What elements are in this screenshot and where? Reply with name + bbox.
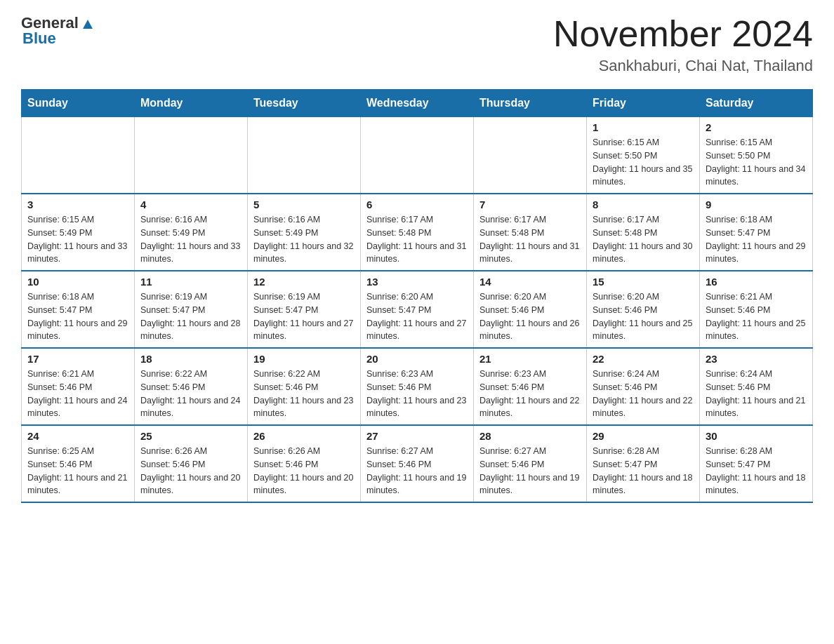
week-row-1: 1Sunrise: 6:15 AM Sunset: 5:50 PM Daylig… [22,117,813,194]
day-number: 21 [479,353,581,365]
calendar-cell: 14Sunrise: 6:20 AM Sunset: 5:46 PM Dayli… [474,271,587,348]
day-number: 23 [706,353,807,365]
day-info: Sunrise: 6:15 AM Sunset: 5:50 PM Dayligh… [593,136,694,189]
day-number: 11 [140,276,241,288]
day-number: 20 [366,353,468,365]
title-block: November 2024 Sankhaburi, Chai Nat, Thai… [553,14,813,75]
day-info: Sunrise: 6:23 AM Sunset: 5:46 PM Dayligh… [366,368,468,420]
week-row-4: 17Sunrise: 6:21 AM Sunset: 5:46 PM Dayli… [22,348,813,425]
day-number: 28 [479,430,581,442]
day-info: Sunrise: 6:22 AM Sunset: 5:46 PM Dayligh… [140,368,241,420]
calendar-cell [474,117,587,194]
calendar-cell: 3Sunrise: 6:15 AM Sunset: 5:49 PM Daylig… [22,194,135,271]
day-number: 5 [253,199,355,210]
calendar-cell: 9Sunrise: 6:18 AM Sunset: 5:47 PM Daylig… [700,194,813,271]
day-number: 19 [253,353,355,365]
day-info: Sunrise: 6:19 AM Sunset: 5:47 PM Dayligh… [140,290,241,343]
day-number: 2 [706,121,807,133]
day-info: Sunrise: 6:27 AM Sunset: 5:46 PM Dayligh… [479,445,581,497]
day-number: 3 [27,199,128,210]
calendar-cell: 25Sunrise: 6:26 AM Sunset: 5:46 PM Dayli… [135,425,248,502]
logo-blue-text: Blue [22,29,56,48]
calendar-cell [135,117,248,194]
calendar-cell: 15Sunrise: 6:20 AM Sunset: 5:46 PM Dayli… [587,271,700,348]
day-number: 16 [706,276,807,288]
calendar-cell: 4Sunrise: 6:16 AM Sunset: 5:49 PM Daylig… [135,194,248,271]
col-header-wednesday: Wednesday [361,90,474,117]
calendar-cell: 10Sunrise: 6:18 AM Sunset: 5:47 PM Dayli… [22,271,135,348]
day-info: Sunrise: 6:28 AM Sunset: 5:47 PM Dayligh… [706,445,807,497]
day-info: Sunrise: 6:21 AM Sunset: 5:46 PM Dayligh… [27,368,128,420]
calendar-cell: 7Sunrise: 6:17 AM Sunset: 5:48 PM Daylig… [474,194,587,271]
day-number: 24 [27,430,128,442]
calendar-cell: 11Sunrise: 6:19 AM Sunset: 5:47 PM Dayli… [135,271,248,348]
day-number: 14 [479,276,581,288]
calendar-cell: 26Sunrise: 6:26 AM Sunset: 5:46 PM Dayli… [248,425,361,502]
col-header-sunday: Sunday [22,90,135,117]
day-info: Sunrise: 6:23 AM Sunset: 5:46 PM Dayligh… [479,368,581,420]
day-info: Sunrise: 6:21 AM Sunset: 5:46 PM Dayligh… [706,290,807,343]
day-info: Sunrise: 6:28 AM Sunset: 5:47 PM Dayligh… [593,445,694,497]
calendar-cell: 19Sunrise: 6:22 AM Sunset: 5:46 PM Dayli… [248,348,361,425]
day-info: Sunrise: 6:25 AM Sunset: 5:46 PM Dayligh… [27,445,128,497]
calendar-cell: 16Sunrise: 6:21 AM Sunset: 5:46 PM Dayli… [700,271,813,348]
calendar-cell: 22Sunrise: 6:24 AM Sunset: 5:46 PM Dayli… [587,348,700,425]
day-info: Sunrise: 6:17 AM Sunset: 5:48 PM Dayligh… [593,213,694,266]
day-number: 6 [366,199,468,210]
day-info: Sunrise: 6:18 AM Sunset: 5:47 PM Dayligh… [27,290,128,343]
calendar-table: SundayMondayTuesdayWednesdayThursdayFrid… [21,89,813,503]
calendar-cell: 30Sunrise: 6:28 AM Sunset: 5:47 PM Dayli… [700,425,813,502]
day-info: Sunrise: 6:18 AM Sunset: 5:47 PM Dayligh… [706,213,807,266]
day-number: 18 [140,353,241,365]
calendar-cell [22,117,135,194]
day-number: 27 [366,430,468,442]
calendar-cell: 18Sunrise: 6:22 AM Sunset: 5:46 PM Dayli… [135,348,248,425]
day-info: Sunrise: 6:15 AM Sunset: 5:50 PM Dayligh… [706,136,807,189]
col-header-saturday: Saturday [700,90,813,117]
col-header-tuesday: Tuesday [248,90,361,117]
calendar-cell: 17Sunrise: 6:21 AM Sunset: 5:46 PM Dayli… [22,348,135,425]
calendar-cell [248,117,361,194]
day-info: Sunrise: 6:22 AM Sunset: 5:46 PM Dayligh… [253,368,355,420]
day-info: Sunrise: 6:19 AM Sunset: 5:47 PM Dayligh… [253,290,355,343]
day-number: 9 [706,199,807,210]
day-info: Sunrise: 6:17 AM Sunset: 5:48 PM Dayligh… [366,213,468,266]
calendar-cell: 28Sunrise: 6:27 AM Sunset: 5:46 PM Dayli… [474,425,587,502]
day-number: 29 [593,430,694,442]
day-info: Sunrise: 6:16 AM Sunset: 5:49 PM Dayligh… [253,213,355,266]
calendar-cell: 21Sunrise: 6:23 AM Sunset: 5:46 PM Dayli… [474,348,587,425]
week-row-5: 24Sunrise: 6:25 AM Sunset: 5:46 PM Dayli… [22,425,813,502]
calendar-header-row: SundayMondayTuesdayWednesdayThursdayFrid… [22,90,813,117]
day-info: Sunrise: 6:26 AM Sunset: 5:46 PM Dayligh… [253,445,355,497]
day-number: 10 [27,276,128,288]
calendar-cell: 13Sunrise: 6:20 AM Sunset: 5:47 PM Dayli… [361,271,474,348]
day-number: 7 [479,199,581,210]
svg-marker-0 [83,20,93,29]
day-info: Sunrise: 6:24 AM Sunset: 5:46 PM Dayligh… [593,368,694,420]
day-number: 25 [140,430,241,442]
calendar-cell: 12Sunrise: 6:19 AM Sunset: 5:47 PM Dayli… [248,271,361,348]
col-header-monday: Monday [135,90,248,117]
day-info: Sunrise: 6:20 AM Sunset: 5:46 PM Dayligh… [479,290,581,343]
day-info: Sunrise: 6:15 AM Sunset: 5:49 PM Dayligh… [27,213,128,266]
week-row-3: 10Sunrise: 6:18 AM Sunset: 5:47 PM Dayli… [22,271,813,348]
day-number: 1 [593,121,694,133]
page-header: General Blue November 2024 Sankhaburi, C… [21,14,813,75]
calendar-cell: 2Sunrise: 6:15 AM Sunset: 5:50 PM Daylig… [700,117,813,194]
day-info: Sunrise: 6:26 AM Sunset: 5:46 PM Dayligh… [140,445,241,497]
day-info: Sunrise: 6:20 AM Sunset: 5:47 PM Dayligh… [366,290,468,343]
calendar-cell: 24Sunrise: 6:25 AM Sunset: 5:46 PM Dayli… [22,425,135,502]
month-title: November 2024 [553,14,813,54]
day-info: Sunrise: 6:24 AM Sunset: 5:46 PM Dayligh… [706,368,807,420]
day-number: 22 [593,353,694,365]
location-title: Sankhaburi, Chai Nat, Thailand [553,57,813,75]
col-header-friday: Friday [587,90,700,117]
calendar-cell: 20Sunrise: 6:23 AM Sunset: 5:46 PM Dayli… [361,348,474,425]
day-number: 8 [593,199,694,210]
day-number: 17 [27,353,128,365]
day-number: 30 [706,430,807,442]
day-info: Sunrise: 6:17 AM Sunset: 5:48 PM Dayligh… [479,213,581,266]
week-row-2: 3Sunrise: 6:15 AM Sunset: 5:49 PM Daylig… [22,194,813,271]
calendar-cell: 29Sunrise: 6:28 AM Sunset: 5:47 PM Dayli… [587,425,700,502]
day-number: 13 [366,276,468,288]
